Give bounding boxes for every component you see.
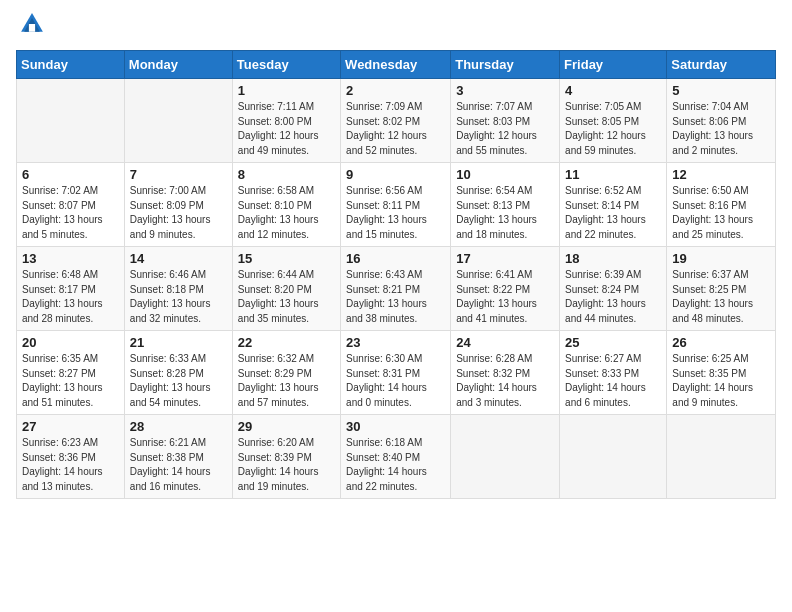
- day-cell: [451, 415, 560, 499]
- day-number: 10: [456, 167, 554, 182]
- day-info: Sunrise: 7:00 AM Sunset: 8:09 PM Dayligh…: [130, 184, 227, 242]
- day-info: Sunrise: 6:32 AM Sunset: 8:29 PM Dayligh…: [238, 352, 335, 410]
- day-info: Sunrise: 7:05 AM Sunset: 8:05 PM Dayligh…: [565, 100, 661, 158]
- col-header-saturday: Saturday: [667, 51, 776, 79]
- day-cell: [560, 415, 667, 499]
- day-info: Sunrise: 6:37 AM Sunset: 8:25 PM Dayligh…: [672, 268, 770, 326]
- day-info: Sunrise: 6:48 AM Sunset: 8:17 PM Dayligh…: [22, 268, 119, 326]
- day-cell: [17, 79, 125, 163]
- day-cell: 23Sunrise: 6:30 AM Sunset: 8:31 PM Dayli…: [341, 331, 451, 415]
- day-number: 30: [346, 419, 445, 434]
- week-row-2: 6Sunrise: 7:02 AM Sunset: 8:07 PM Daylig…: [17, 163, 776, 247]
- day-number: 21: [130, 335, 227, 350]
- day-info: Sunrise: 6:43 AM Sunset: 8:21 PM Dayligh…: [346, 268, 445, 326]
- day-cell: 12Sunrise: 6:50 AM Sunset: 8:16 PM Dayli…: [667, 163, 776, 247]
- day-info: Sunrise: 7:09 AM Sunset: 8:02 PM Dayligh…: [346, 100, 445, 158]
- day-number: 4: [565, 83, 661, 98]
- day-cell: 30Sunrise: 6:18 AM Sunset: 8:40 PM Dayli…: [341, 415, 451, 499]
- calendar-table: SundayMondayTuesdayWednesdayThursdayFrid…: [16, 50, 776, 499]
- day-info: Sunrise: 7:02 AM Sunset: 8:07 PM Dayligh…: [22, 184, 119, 242]
- day-info: Sunrise: 6:30 AM Sunset: 8:31 PM Dayligh…: [346, 352, 445, 410]
- col-header-wednesday: Wednesday: [341, 51, 451, 79]
- day-cell: 14Sunrise: 6:46 AM Sunset: 8:18 PM Dayli…: [124, 247, 232, 331]
- day-info: Sunrise: 6:25 AM Sunset: 8:35 PM Dayligh…: [672, 352, 770, 410]
- day-number: 3: [456, 83, 554, 98]
- day-cell: 19Sunrise: 6:37 AM Sunset: 8:25 PM Dayli…: [667, 247, 776, 331]
- day-cell: 6Sunrise: 7:02 AM Sunset: 8:07 PM Daylig…: [17, 163, 125, 247]
- day-info: Sunrise: 6:41 AM Sunset: 8:22 PM Dayligh…: [456, 268, 554, 326]
- day-number: 20: [22, 335, 119, 350]
- day-info: Sunrise: 6:54 AM Sunset: 8:13 PM Dayligh…: [456, 184, 554, 242]
- day-number: 14: [130, 251, 227, 266]
- day-cell: 4Sunrise: 7:05 AM Sunset: 8:05 PM Daylig…: [560, 79, 667, 163]
- day-info: Sunrise: 6:33 AM Sunset: 8:28 PM Dayligh…: [130, 352, 227, 410]
- day-number: 18: [565, 251, 661, 266]
- week-row-5: 27Sunrise: 6:23 AM Sunset: 8:36 PM Dayli…: [17, 415, 776, 499]
- day-info: Sunrise: 7:07 AM Sunset: 8:03 PM Dayligh…: [456, 100, 554, 158]
- day-number: 5: [672, 83, 770, 98]
- day-cell: 22Sunrise: 6:32 AM Sunset: 8:29 PM Dayli…: [232, 331, 340, 415]
- week-row-4: 20Sunrise: 6:35 AM Sunset: 8:27 PM Dayli…: [17, 331, 776, 415]
- logo: [16, 10, 50, 42]
- day-cell: 18Sunrise: 6:39 AM Sunset: 8:24 PM Dayli…: [560, 247, 667, 331]
- day-number: 16: [346, 251, 445, 266]
- day-cell: 11Sunrise: 6:52 AM Sunset: 8:14 PM Dayli…: [560, 163, 667, 247]
- day-number: 24: [456, 335, 554, 350]
- day-cell: 17Sunrise: 6:41 AM Sunset: 8:22 PM Dayli…: [451, 247, 560, 331]
- day-cell: 20Sunrise: 6:35 AM Sunset: 8:27 PM Dayli…: [17, 331, 125, 415]
- day-number: 28: [130, 419, 227, 434]
- day-cell: 25Sunrise: 6:27 AM Sunset: 8:33 PM Dayli…: [560, 331, 667, 415]
- week-row-3: 13Sunrise: 6:48 AM Sunset: 8:17 PM Dayli…: [17, 247, 776, 331]
- day-info: Sunrise: 6:18 AM Sunset: 8:40 PM Dayligh…: [346, 436, 445, 494]
- day-cell: [667, 415, 776, 499]
- day-info: Sunrise: 6:52 AM Sunset: 8:14 PM Dayligh…: [565, 184, 661, 242]
- col-header-sunday: Sunday: [17, 51, 125, 79]
- day-number: 9: [346, 167, 445, 182]
- day-number: 25: [565, 335, 661, 350]
- day-cell: 13Sunrise: 6:48 AM Sunset: 8:17 PM Dayli…: [17, 247, 125, 331]
- day-cell: 5Sunrise: 7:04 AM Sunset: 8:06 PM Daylig…: [667, 79, 776, 163]
- day-number: 7: [130, 167, 227, 182]
- day-cell: 10Sunrise: 6:54 AM Sunset: 8:13 PM Dayli…: [451, 163, 560, 247]
- day-cell: 26Sunrise: 6:25 AM Sunset: 8:35 PM Dayli…: [667, 331, 776, 415]
- day-info: Sunrise: 6:39 AM Sunset: 8:24 PM Dayligh…: [565, 268, 661, 326]
- day-cell: [124, 79, 232, 163]
- day-number: 17: [456, 251, 554, 266]
- day-cell: 16Sunrise: 6:43 AM Sunset: 8:21 PM Dayli…: [341, 247, 451, 331]
- day-info: Sunrise: 6:27 AM Sunset: 8:33 PM Dayligh…: [565, 352, 661, 410]
- day-info: Sunrise: 6:21 AM Sunset: 8:38 PM Dayligh…: [130, 436, 227, 494]
- day-info: Sunrise: 6:58 AM Sunset: 8:10 PM Dayligh…: [238, 184, 335, 242]
- day-info: Sunrise: 6:46 AM Sunset: 8:18 PM Dayligh…: [130, 268, 227, 326]
- day-info: Sunrise: 6:20 AM Sunset: 8:39 PM Dayligh…: [238, 436, 335, 494]
- day-info: Sunrise: 7:11 AM Sunset: 8:00 PM Dayligh…: [238, 100, 335, 158]
- day-info: Sunrise: 6:44 AM Sunset: 8:20 PM Dayligh…: [238, 268, 335, 326]
- day-info: Sunrise: 7:04 AM Sunset: 8:06 PM Dayligh…: [672, 100, 770, 158]
- col-header-tuesday: Tuesday: [232, 51, 340, 79]
- day-number: 29: [238, 419, 335, 434]
- day-cell: 21Sunrise: 6:33 AM Sunset: 8:28 PM Dayli…: [124, 331, 232, 415]
- day-info: Sunrise: 6:28 AM Sunset: 8:32 PM Dayligh…: [456, 352, 554, 410]
- day-info: Sunrise: 6:56 AM Sunset: 8:11 PM Dayligh…: [346, 184, 445, 242]
- day-number: 11: [565, 167, 661, 182]
- day-number: 15: [238, 251, 335, 266]
- day-cell: 9Sunrise: 6:56 AM Sunset: 8:11 PM Daylig…: [341, 163, 451, 247]
- day-cell: 24Sunrise: 6:28 AM Sunset: 8:32 PM Dayli…: [451, 331, 560, 415]
- day-number: 19: [672, 251, 770, 266]
- day-cell: 29Sunrise: 6:20 AM Sunset: 8:39 PM Dayli…: [232, 415, 340, 499]
- day-cell: 27Sunrise: 6:23 AM Sunset: 8:36 PM Dayli…: [17, 415, 125, 499]
- page: SundayMondayTuesdayWednesdayThursdayFrid…: [0, 0, 792, 612]
- day-number: 1: [238, 83, 335, 98]
- col-header-monday: Monday: [124, 51, 232, 79]
- day-cell: 2Sunrise: 7:09 AM Sunset: 8:02 PM Daylig…: [341, 79, 451, 163]
- day-cell: 8Sunrise: 6:58 AM Sunset: 8:10 PM Daylig…: [232, 163, 340, 247]
- day-cell: 28Sunrise: 6:21 AM Sunset: 8:38 PM Dayli…: [124, 415, 232, 499]
- day-cell: 1Sunrise: 7:11 AM Sunset: 8:00 PM Daylig…: [232, 79, 340, 163]
- day-number: 23: [346, 335, 445, 350]
- day-number: 6: [22, 167, 119, 182]
- day-info: Sunrise: 6:35 AM Sunset: 8:27 PM Dayligh…: [22, 352, 119, 410]
- day-info: Sunrise: 6:50 AM Sunset: 8:16 PM Dayligh…: [672, 184, 770, 242]
- day-number: 8: [238, 167, 335, 182]
- day-cell: 15Sunrise: 6:44 AM Sunset: 8:20 PM Dayli…: [232, 247, 340, 331]
- day-cell: 7Sunrise: 7:00 AM Sunset: 8:09 PM Daylig…: [124, 163, 232, 247]
- day-number: 27: [22, 419, 119, 434]
